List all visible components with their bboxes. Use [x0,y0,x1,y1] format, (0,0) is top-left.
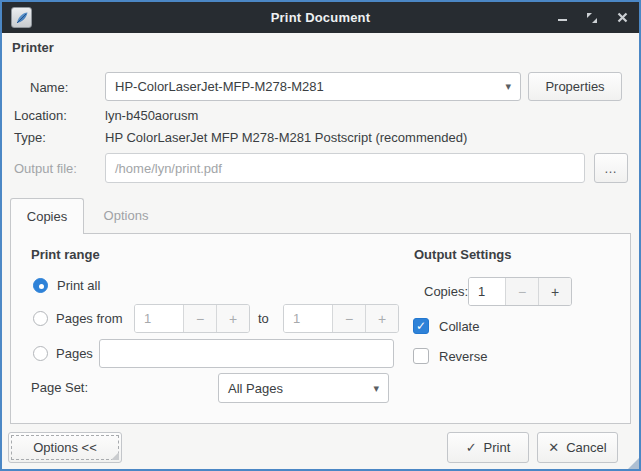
tab-options-label: Options [104,208,149,223]
pages-to-value: 1 [284,305,332,332]
pages-from-radio[interactable] [33,311,48,326]
type-label: Type: [14,130,46,145]
resize-grip[interactable] [628,458,639,469]
options-toggle-button[interactable]: Options << [8,432,122,463]
pages-radio[interactable] [33,346,48,361]
chevron-down-icon: ▾ [373,382,379,395]
print-range-section-label: Print range [31,247,100,262]
options-toggle-label: Options << [33,440,97,455]
browse-output-file-button[interactable]: … [594,153,628,183]
plus-icon[interactable]: + [365,305,398,332]
location-value: lyn-b450aorusm [105,108,198,123]
tab-copies-label: Copies [27,209,67,224]
collate-checkbox[interactable]: ✓ [413,318,429,334]
print-all-radio[interactable] [33,278,48,293]
type-value: HP ColorLaserJet MFP M278-M281 Postscrip… [105,130,467,145]
close-icon[interactable] [615,11,629,25]
minus-icon[interactable]: − [505,278,538,305]
chevron-down-icon: ▾ [505,80,511,93]
printer-name-combobox[interactable]: HP-ColorLaserJet-MFP-M278-M281 ▾ [105,72,521,101]
printer-section-label: Printer [12,40,54,55]
minus-icon[interactable]: − [183,305,216,332]
page-set-label: Page Set: [31,380,88,395]
output-settings-section-label: Output Settings [414,247,512,262]
copies-spinner[interactable]: 1 − + [468,277,572,306]
properties-button-label: Properties [545,79,604,94]
window-title: Print Document [2,10,639,25]
cancel-button[interactable]: ✕ Cancel [537,432,618,463]
output-file-field[interactable]: /home/lyn/print.pdf [105,153,585,183]
print-button-label: Print [484,440,511,455]
printer-name-value: HP-ColorLaserJet-MFP-M278-M281 [115,79,324,94]
app-feather-icon [11,7,32,28]
page-set-combobox[interactable]: All Pages ▾ [218,373,389,403]
collate-label: Collate [439,319,479,334]
pages-to-spinner[interactable]: 1 − + [283,304,399,333]
print-dialog-window: Print Document Printer Name: HP-ColorLas… [0,0,641,471]
pages-from-spinner[interactable]: 1 − + [134,304,250,333]
copies-label: Copies: [424,284,468,299]
cross-icon: ✕ [548,440,559,455]
check-icon: ✓ [416,319,426,333]
titlebar[interactable]: Print Document [2,2,639,33]
reverse-label: Reverse [439,349,487,364]
tab-options[interactable]: Options [84,198,168,233]
pages-from-value: 1 [135,305,183,332]
print-button[interactable]: ✓ Print [447,432,529,463]
output-file-label: Output file: [14,161,77,176]
page-set-value: All Pages [228,381,283,396]
properties-button[interactable]: Properties [528,72,622,101]
minus-icon[interactable]: − [332,305,365,332]
output-file-value: /home/lyn/print.pdf [115,161,222,176]
minimize-icon[interactable] [555,11,569,25]
plus-icon[interactable]: + [216,305,249,332]
location-label: Location: [14,108,67,123]
printer-name-label: Name: [30,80,68,95]
window-controls [555,2,629,33]
pages-label: Pages [56,346,93,361]
check-icon: ✓ [466,440,477,455]
copies-value: 1 [469,278,505,305]
tab-copies[interactable]: Copies [10,198,84,234]
plus-icon[interactable]: + [538,278,571,305]
pages-to-label: to [258,311,269,326]
copies-tab-panel: Print range Print all Pages from 1 − + t… [10,233,631,424]
pages-from-label: Pages from [56,311,122,326]
maximize-icon[interactable] [585,11,599,25]
pages-input[interactable] [99,339,394,368]
cancel-button-label: Cancel [566,440,606,455]
ellipsis-icon: … [604,161,618,176]
reverse-checkbox[interactable]: ✓ [413,348,429,364]
print-all-label: Print all [57,278,100,293]
